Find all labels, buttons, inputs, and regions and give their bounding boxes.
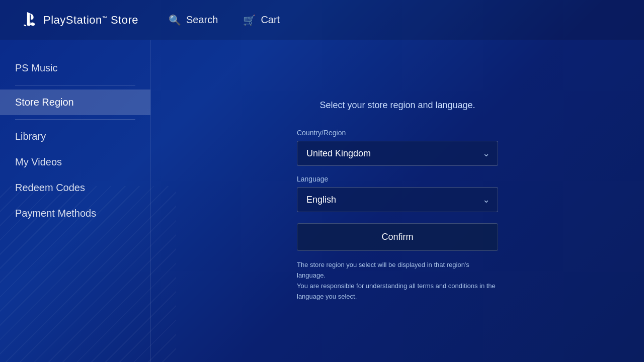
ps-logo-icon	[20, 11, 38, 29]
header: PlayStation™ Store 🔍 Search 🛒 Cart	[0, 0, 644, 40]
cart-icon: 🛒	[243, 14, 256, 26]
sidebar-item-library[interactable]: Library	[0, 124, 150, 149]
country-select[interactable]: United Kingdom United States France Germ…	[297, 141, 498, 166]
disclaimer-line-2: You are responsible for understanding al…	[297, 282, 496, 300]
sidebar-item-ps-music[interactable]: PS Music	[0, 55, 150, 81]
logo-area: PlayStation™ Store	[20, 11, 138, 29]
language-select-wrapper: English French German Spanish Japanese ⌄	[297, 187, 498, 212]
search-icon: 🔍	[169, 14, 181, 26]
sidebar-item-payment-methods[interactable]: Payment Methods	[0, 201, 150, 226]
disclaimer-line-1: The store region you select will be disp…	[297, 261, 469, 279]
sidebar-divider-1	[15, 85, 135, 85]
country-select-wrapper: United Kingdom United States France Germ…	[297, 141, 498, 166]
cart-nav-item[interactable]: 🛒 Cart	[243, 14, 280, 26]
language-select[interactable]: English French German Spanish Japanese	[297, 187, 498, 212]
content-area: Select your store region and language. C…	[151, 40, 644, 362]
top-nav: 🔍 Search 🛒 Cart	[169, 14, 280, 26]
language-label: Language	[297, 175, 498, 183]
country-label: Country/Region	[297, 129, 498, 137]
country-form-group: Country/Region United Kingdom United Sta…	[297, 129, 498, 166]
sidebar-divider-2	[15, 119, 135, 120]
main-layout: PS Music Store Region Library My Videos …	[0, 40, 644, 362]
sidebar-item-my-videos[interactable]: My Videos	[0, 149, 150, 175]
page-description: Select your store region and language.	[297, 100, 498, 111]
store-title: PlayStation™ Store	[43, 14, 138, 27]
sidebar-item-store-region[interactable]: Store Region	[0, 89, 150, 115]
language-form-group: Language English French German Spanish J…	[297, 175, 498, 212]
disclaimer-text: The store region you select will be disp…	[297, 260, 498, 302]
search-nav-item[interactable]: 🔍 Search	[169, 14, 218, 26]
sidebar-item-redeem-codes[interactable]: Redeem Codes	[0, 175, 150, 201]
cart-nav-label: Cart	[261, 14, 280, 26]
search-nav-label: Search	[186, 14, 218, 26]
confirm-button[interactable]: Confirm	[297, 223, 498, 251]
store-region-form: Select your store region and language. C…	[297, 100, 498, 302]
sidebar: PS Music Store Region Library My Videos …	[0, 40, 151, 362]
